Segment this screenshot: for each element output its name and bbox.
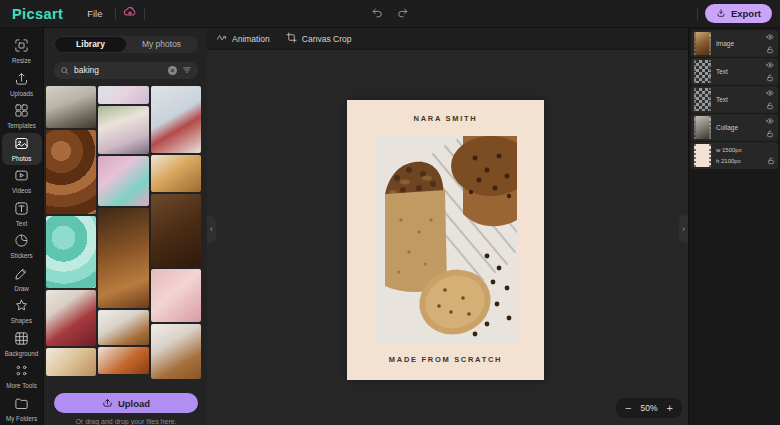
photo-kitchen-baking-scene[interactable]: [46, 86, 96, 128]
photo-teal-macarons[interactable]: [46, 216, 96, 288]
undo-button[interactable]: [371, 6, 384, 22]
export-button[interactable]: Export: [705, 4, 772, 23]
main-area: Resize Uploads Templates Photos Videos T…: [0, 28, 780, 425]
filter-icon[interactable]: [182, 65, 192, 75]
layer-label: Collage: [716, 124, 759, 131]
upload-area: Upload Or drag and drop your files here.: [54, 393, 198, 425]
layer-visibility-eye-icon[interactable]: [766, 89, 774, 97]
layer-visibility-eye-icon[interactable]: [766, 33, 774, 41]
download-icon: [716, 8, 726, 20]
videos-icon: [14, 168, 29, 186]
photo-raspberry-tart[interactable]: [46, 290, 96, 346]
shapes-icon: [14, 298, 29, 316]
crop-icon: [286, 32, 297, 45]
uploads-icon: [14, 71, 29, 89]
more-tools-icon: [14, 363, 29, 381]
file-menu[interactable]: File: [81, 6, 108, 21]
layer-lock-icon[interactable]: [766, 130, 774, 138]
sidebar-item-resize[interactable]: Resize: [2, 35, 42, 68]
photo-chocolate-loaf[interactable]: [151, 194, 201, 267]
photo-brioche-rolls[interactable]: [98, 208, 148, 308]
photo-party-cake-pops[interactable]: [98, 86, 148, 104]
photo-chocolate-chip-cookies[interactable]: [46, 130, 96, 214]
layer-row-collage[interactable]: Collage: [691, 114, 778, 141]
design-title-text[interactable]: NARA SMITH: [414, 114, 478, 123]
cloud-sync-button[interactable]: [123, 5, 137, 22]
clear-search-icon[interactable]: ×: [168, 66, 177, 75]
collapse-left-panel-handle[interactable]: ‹: [207, 215, 216, 243]
layer-visibility-eye-icon[interactable]: [766, 117, 774, 125]
upload-label: Upload: [118, 398, 150, 409]
layer-row-canvas-size[interactable]: w 1500px h 2100px: [691, 142, 778, 169]
animation-icon: [216, 32, 227, 45]
sidebar-item-shapes[interactable]: Shapes: [2, 295, 42, 328]
search-input[interactable]: [74, 65, 163, 75]
nav-item-label: Templates: [7, 123, 36, 129]
bread-loaf-photo[interactable]: [375, 136, 517, 344]
sidebar-item-text[interactable]: Text: [2, 198, 42, 231]
nav-item-label: Shapes: [11, 318, 32, 324]
photo-chef-cartoon-sticker[interactable]: [151, 269, 201, 322]
layer-row-image[interactable]: Image: [691, 30, 778, 57]
divider: [115, 8, 116, 20]
photo-cupcake-with-cherry[interactable]: [151, 86, 201, 153]
drop-hint-text: Or drag and drop your files here.: [54, 418, 198, 425]
sidebar-item-videos[interactable]: Videos: [2, 165, 42, 198]
redo-button[interactable]: [396, 6, 409, 22]
collapse-right-panel-handle[interactable]: ›: [679, 215, 688, 243]
layer-lock-icon[interactable]: [766, 46, 774, 54]
search-bar: ×: [54, 62, 198, 79]
photo-golden-muffins[interactable]: [151, 155, 201, 192]
sidebar-item-my-folders[interactable]: My Folders: [2, 393, 42, 425]
layer-row-text-1[interactable]: Text: [691, 58, 778, 85]
layer-lock-icon[interactable]: [766, 102, 774, 110]
layer-lock-icon[interactable]: [767, 157, 775, 165]
sidebar-item-templates[interactable]: Templates: [2, 100, 42, 133]
zoom-out-button[interactable]: −: [625, 403, 631, 414]
stickers-icon: [14, 233, 29, 251]
design-canvas[interactable]: NARA SMITH: [347, 100, 544, 380]
photo-tiered-berry-cake[interactable]: [98, 106, 148, 154]
sidebar-item-more-tools[interactable]: More Tools: [2, 360, 42, 393]
draw-icon: [14, 266, 29, 284]
top-bar-right: Export: [690, 4, 772, 23]
tab-my-photos[interactable]: My photos: [126, 37, 197, 52]
tab-label: My photos: [142, 39, 181, 49]
layer-visibility-eye-icon[interactable]: [766, 61, 774, 69]
zoom-level-value: 50%: [641, 403, 658, 413]
sidebar-item-draw[interactable]: Draw: [2, 263, 42, 296]
layers-list: Image Text Text: [691, 30, 778, 141]
tab-library[interactable]: Library: [55, 37, 126, 52]
nav-item-label: Uploads: [10, 91, 33, 97]
photo-mini-muffins[interactable]: [98, 310, 148, 345]
design-subtitle-text[interactable]: MADE FROM SCRATCH: [389, 355, 502, 364]
resize-icon: [14, 38, 29, 56]
sidebar-item-uploads[interactable]: Uploads: [2, 68, 42, 101]
layer-thumbnail: [694, 88, 711, 111]
picsart-editor: Picsart File Export: [0, 0, 780, 425]
photo-stuffed-pastries[interactable]: [98, 347, 148, 374]
sidebar-item-background[interactable]: Background: [2, 328, 42, 361]
zoom-in-button[interactable]: +: [667, 403, 673, 414]
upload-button[interactable]: Upload: [54, 393, 198, 413]
photo-muffins-on-plate[interactable]: [151, 324, 201, 379]
photo-pink-teal-cookies[interactable]: [98, 156, 148, 206]
layer-thumbnail: [694, 60, 711, 83]
canvas-height-value: h 2100px: [716, 158, 741, 164]
nav-item-label: Videos: [12, 188, 31, 194]
sidebar-item-photos[interactable]: Photos: [2, 133, 42, 166]
photos-icon: [14, 136, 29, 154]
text-icon: [14, 201, 29, 219]
photo-results-grid: [46, 86, 201, 381]
canvas-crop-button[interactable]: Canvas Crop: [286, 32, 352, 45]
animation-button[interactable]: Animation: [216, 32, 270, 45]
nav-item-label: Background: [5, 351, 39, 357]
layer-lock-icon[interactable]: [766, 74, 774, 82]
canvas-size-values: w 1500px h 2100px: [716, 145, 762, 167]
layer-row-text-2[interactable]: Text: [691, 86, 778, 113]
photo-ladyfinger-biscuits[interactable]: [46, 348, 96, 376]
search-icon: [60, 61, 69, 79]
canvas-crop-label: Canvas Crop: [302, 34, 352, 44]
upload-icon: [102, 397, 113, 410]
sidebar-item-stickers[interactable]: Stickers: [2, 230, 42, 263]
